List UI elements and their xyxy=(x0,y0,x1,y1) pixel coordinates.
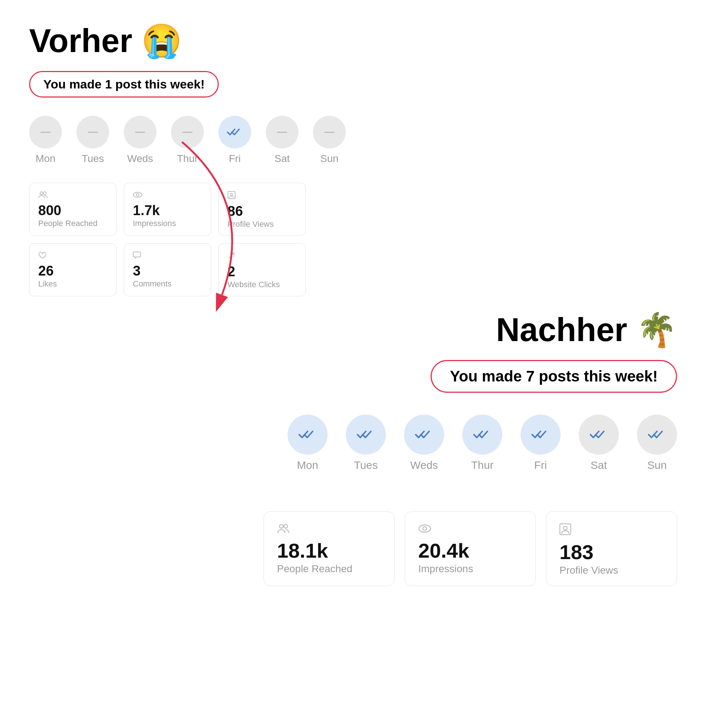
double-check-sat xyxy=(590,429,608,440)
comments-value: 3 xyxy=(133,264,141,278)
dash-icon-mon xyxy=(40,132,50,133)
dash-icon-thur xyxy=(182,132,193,133)
likes-label: Likes xyxy=(38,279,57,289)
day-circle-sun xyxy=(313,116,346,148)
nachher-day-item-sat: Sat xyxy=(579,414,619,471)
nachher-profile-views-value: 183 xyxy=(560,542,593,562)
double-check-tues xyxy=(357,429,375,440)
nachher-people-reached-icon xyxy=(277,523,290,536)
nachher-day-circle-fri xyxy=(520,414,561,455)
nachher-day-circle-sun xyxy=(637,414,677,455)
nachher-day-label-tues: Tues xyxy=(354,459,378,471)
day-item-sun: Sun xyxy=(313,116,346,165)
stat-card-impressions: 1.7k Impressions xyxy=(124,183,211,236)
nachher-day-label-mon: Mon xyxy=(297,459,318,471)
day-circle-fri xyxy=(219,116,251,148)
nachher-badge: You made 7 posts this week! xyxy=(431,360,677,393)
day-item-weds: Weds xyxy=(124,116,156,165)
vorher-stats-grid: 800 People Reached 1.7k Impressions 86 P… xyxy=(29,183,699,296)
nachher-day-item-mon: Mon xyxy=(288,414,327,471)
nachher-day-label-weds: Weds xyxy=(410,459,438,471)
people-reached-value: 800 xyxy=(38,203,61,217)
double-check-thur xyxy=(473,429,491,440)
vorher-section: Vorher 😭 You made 1 post this week! Mon … xyxy=(29,22,699,296)
website-clicks-label: Website Clicks xyxy=(228,280,280,289)
likes-icon xyxy=(38,252,46,261)
nachher-impressions-value: 20.4k xyxy=(418,541,469,561)
double-check-fri xyxy=(531,429,550,440)
nachher-people-reached-label: People Reached xyxy=(277,563,352,575)
dash-icon-sun xyxy=(324,132,335,133)
people-reached-icon xyxy=(38,191,48,200)
nachher-impressions-icon xyxy=(418,523,431,536)
day-label-sat: Sat xyxy=(274,153,290,165)
day-circle-sat xyxy=(266,116,298,148)
website-clicks-value: 2 xyxy=(228,265,235,278)
nachher-stat-card-people-reached: 18.1k People Reached xyxy=(263,511,395,586)
website-clicks-icon xyxy=(228,252,236,262)
day-circle-weds xyxy=(124,116,156,148)
profile-views-label: Profile Views xyxy=(228,219,274,229)
svg-point-8 xyxy=(280,525,283,528)
nachher-profile-views-icon xyxy=(560,523,571,538)
svg-point-2 xyxy=(133,192,142,197)
stat-card-likes: 26 Likes xyxy=(29,243,116,296)
comments-icon xyxy=(133,252,141,261)
svg-point-11 xyxy=(423,527,427,530)
svg-rect-6 xyxy=(133,252,141,257)
svg-point-5 xyxy=(230,193,232,196)
stat-card-people-reached: 800 People Reached xyxy=(29,183,116,236)
nachher-title: Nachher 🌴 xyxy=(496,311,677,349)
day-item-mon: Mon xyxy=(29,116,62,165)
day-label-fri: Fri xyxy=(229,153,241,165)
stat-card-profile-views: 86 Profile Views xyxy=(219,183,306,236)
day-label-weds: Weds xyxy=(127,153,153,165)
double-check-sun xyxy=(648,429,666,440)
vorher-badge: You made 1 post this week! xyxy=(29,71,219,98)
day-label-thur: Thur xyxy=(177,153,198,165)
nachher-stats-grid: 18.1k People Reached 20.4k Impressions 1… xyxy=(263,511,677,586)
vorher-days-row: Mon Tues Weds Thur xyxy=(29,116,699,165)
dash-icon-weds xyxy=(135,132,145,133)
nachher-day-item-weds: Weds xyxy=(404,414,444,471)
nachher-day-label-thur: Thur xyxy=(471,459,494,471)
nachher-day-label-fri: Fri xyxy=(534,459,547,471)
day-circle-tues xyxy=(76,116,109,148)
svg-point-13 xyxy=(563,526,567,530)
profile-views-icon xyxy=(228,191,236,201)
vorher-title: Vorher 😭 xyxy=(29,22,699,60)
day-circle-thur xyxy=(171,116,204,148)
day-circle-mon xyxy=(29,116,62,148)
stat-card-website-clicks: 2 Website Clicks xyxy=(219,243,306,296)
svg-point-9 xyxy=(284,525,288,528)
nachher-day-circle-sat xyxy=(579,414,619,455)
people-reached-label: People Reached xyxy=(38,219,98,228)
nachher-stat-card-profile-views: 183 Profile Views xyxy=(546,511,677,586)
double-check-weds xyxy=(415,429,433,440)
impressions-value: 1.7k xyxy=(133,203,160,217)
nachher-day-item-tues: Tues xyxy=(346,414,386,471)
nachher-day-item-fri: Fri xyxy=(520,414,561,471)
nachher-day-circle-weds xyxy=(404,414,444,455)
nachher-impressions-label: Impressions xyxy=(418,563,473,575)
impressions-label: Impressions xyxy=(133,219,176,228)
svg-point-10 xyxy=(419,525,431,532)
nachher-day-label-sat: Sat xyxy=(590,459,607,471)
dash-icon-sat xyxy=(277,132,287,133)
impressions-icon xyxy=(133,191,142,200)
day-item-fri: Fri xyxy=(219,116,251,165)
day-label-tues: Tues xyxy=(81,153,104,165)
nachher-day-label-sun: Sun xyxy=(647,459,667,471)
day-item-sat: Sat xyxy=(266,116,298,165)
day-label-sun: Sun xyxy=(320,153,338,165)
comments-label: Comments xyxy=(133,279,171,289)
nachher-stat-card-impressions: 20.4k Impressions xyxy=(405,511,536,586)
nachher-day-item-thur: Thur xyxy=(462,414,502,471)
nachher-days-row: Mon Tues xyxy=(288,414,677,471)
day-item-tues: Tues xyxy=(76,116,109,165)
double-check-mon xyxy=(298,429,317,440)
svg-point-0 xyxy=(40,192,43,195)
dash-icon-tues xyxy=(88,132,98,133)
stat-card-comments: 3 Comments xyxy=(124,243,211,296)
double-check-icon-fri xyxy=(227,127,243,137)
